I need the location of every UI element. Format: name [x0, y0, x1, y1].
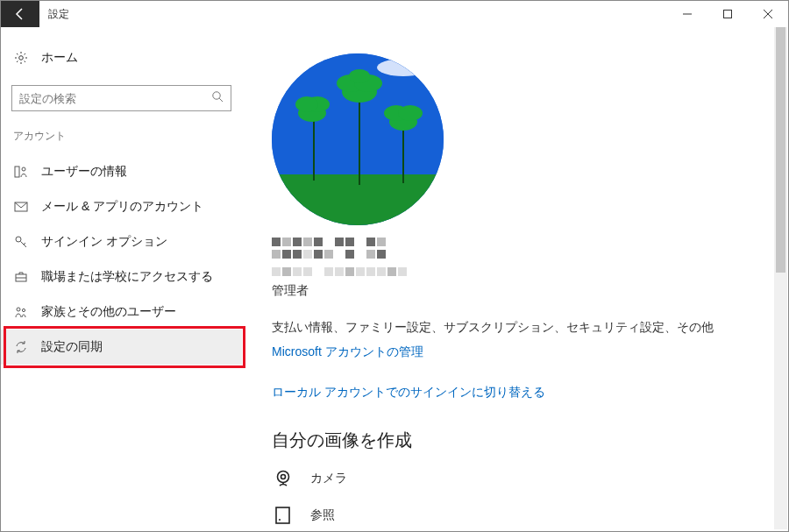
arrow-left-icon: [13, 7, 27, 21]
highlight-rectangle: [4, 326, 245, 368]
maximize-button[interactable]: [707, 1, 748, 27]
sidebar: ホーム アカウント ユーザーの情報 メール & アプリのアカウント サインイン …: [1, 27, 242, 531]
browse-icon: [272, 505, 295, 526]
minimize-button[interactable]: [667, 1, 707, 27]
search-icon: [211, 90, 224, 106]
gear-icon: [13, 51, 29, 65]
nav-label: サインイン オプション: [41, 234, 167, 250]
scrollbar-thumb[interactable]: [776, 27, 785, 273]
close-button[interactable]: [748, 1, 788, 27]
svg-rect-1: [724, 11, 732, 18]
svg-point-29: [281, 475, 286, 479]
svg-point-27: [377, 59, 430, 76]
back-button[interactable]: [1, 1, 39, 27]
browse-label: 参照: [310, 507, 335, 523]
nav-email-accounts[interactable]: メール & アプリのアカウント: [1, 189, 242, 224]
svg-point-19: [295, 96, 318, 112]
nav-user-info[interactable]: ユーザーの情報: [1, 154, 242, 189]
browse-option[interactable]: 参照: [272, 505, 764, 526]
manage-account-link[interactable]: Microsoft アカウントの管理: [272, 344, 764, 360]
user-role: 管理者: [272, 283, 764, 299]
svg-point-26: [398, 105, 423, 121]
camera-label: カメラ: [310, 471, 347, 486]
svg-rect-31: [276, 507, 289, 523]
svg-point-8: [16, 237, 21, 242]
nav-work-school[interactable]: 職場または学校にアクセスする: [1, 259, 242, 294]
svg-rect-13: [272, 174, 444, 225]
switch-local-link[interactable]: ローカル アカウントでのサインインに切り替える: [272, 385, 764, 401]
window-title: 設定: [39, 7, 69, 22]
svg-rect-5: [15, 167, 19, 177]
key-icon: [13, 235, 29, 249]
svg-point-28: [278, 472, 289, 483]
person-icon: [13, 165, 29, 179]
user-avatar: [272, 53, 444, 225]
scrollbar[interactable]: [774, 27, 787, 529]
svg-point-10: [17, 308, 20, 311]
nav-family-users[interactable]: 家族とその他のユーザー: [1, 294, 242, 330]
nav-label: ユーザーの情報: [41, 164, 127, 180]
svg-line-4: [219, 98, 223, 102]
nav-label: 職場または学校にアクセスする: [41, 269, 213, 285]
search-box[interactable]: [11, 85, 231, 111]
nav-label: 家族とその他のユーザー: [41, 304, 176, 320]
svg-point-32: [279, 519, 281, 521]
camera-option[interactable]: カメラ: [272, 468, 764, 489]
account-desc: 支払い情報、ファミリー設定、サブスクリプション、セキュリティ設定、その他: [272, 320, 764, 336]
briefcase-icon: [13, 270, 29, 284]
camera-icon: [272, 468, 295, 489]
create-picture-heading: 自分の画像を作成: [272, 429, 764, 452]
sync-icon: [13, 340, 29, 354]
nav-label: 設定の同期: [41, 339, 103, 355]
svg-point-3: [213, 92, 220, 99]
section-label: アカウント: [1, 125, 242, 154]
svg-point-11: [22, 309, 25, 311]
content-pane: 管理者 支払い情報、ファミリー設定、サブスクリプション、セキュリティ設定、その他…: [242, 27, 788, 531]
window-controls: [667, 1, 788, 27]
svg-point-23: [349, 69, 370, 83]
search-input[interactable]: [19, 92, 211, 105]
svg-point-2: [19, 56, 24, 60]
svg-point-6: [22, 167, 25, 171]
home-label: ホーム: [41, 50, 78, 66]
home-nav[interactable]: ホーム: [1, 43, 242, 73]
nav-sync-settings[interactable]: 設定の同期: [1, 330, 242, 365]
titlebar: 設定: [1, 1, 788, 27]
mail-icon: [13, 200, 29, 214]
family-icon: [13, 305, 29, 319]
pixelated-username: [272, 238, 764, 276]
nav-label: メール & アプリのアカウント: [41, 199, 203, 215]
nav-signin-options[interactable]: サインイン オプション: [1, 224, 242, 259]
